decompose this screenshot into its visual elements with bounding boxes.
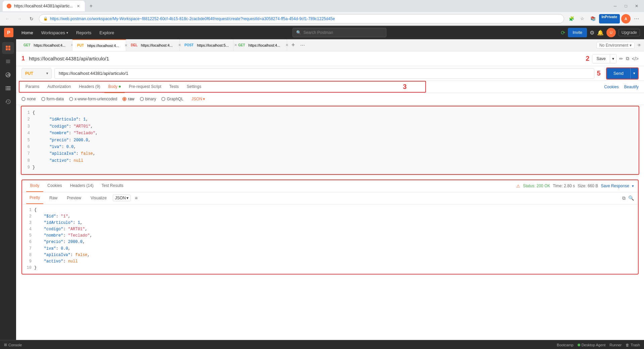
radio-binary[interactable]: binary xyxy=(140,97,156,101)
headers-tab[interactable]: Headers (9) xyxy=(75,81,104,93)
request-name-actions: Save ▾ ✏ ⧉ </> xyxy=(592,54,639,63)
tab-title: https://localhost:44381/api/artic... xyxy=(14,4,73,8)
tests-tab[interactable]: Tests xyxy=(165,81,183,93)
url-input[interactable] xyxy=(54,68,594,79)
settings-icon[interactable]: ⚙ xyxy=(590,30,594,36)
method-selector[interactable]: PUT ▾ xyxy=(21,68,52,79)
save-response-dropdown[interactable]: ▾ xyxy=(632,184,634,188)
url-input-bar[interactable]: 🔒 https://web.postman.co/workspace/My-Wo… xyxy=(39,14,564,23)
save-main-button[interactable]: Save xyxy=(592,54,610,63)
request-body-editor[interactable]: 1 { 2 "idArticulo": 1, 3 "codigo": "ART0… xyxy=(21,106,639,174)
code-icon[interactable]: </> xyxy=(632,56,639,61)
reload-button[interactable]: ↻ xyxy=(27,14,36,23)
url-text: https://web.postman.co/workspace/My-Work… xyxy=(50,16,560,21)
favorites-button[interactable]: ☆ xyxy=(578,14,587,23)
edit-icon[interactable]: ✏ xyxy=(619,56,623,61)
minimize-button[interactable]: ─ xyxy=(610,1,620,11)
resp-line-10: 10 } xyxy=(26,265,634,271)
active-browser-tab[interactable]: https://localhost:44381/api/artic... ✕ xyxy=(3,1,85,11)
resp-preview-tab[interactable]: Preview xyxy=(63,192,85,204)
url-row: PUT ▾ 5 Send ▾ xyxy=(16,66,644,81)
radio-form-data[interactable]: form-data xyxy=(41,97,64,101)
request-tab-2[interactable]: PUT https://localhost:4... ✕ xyxy=(72,39,126,51)
response-header: Body Cookies Headers (14) Test Results ⚠… xyxy=(22,180,638,192)
radio-raw[interactable]: raw xyxy=(122,97,134,101)
sidebar-icon-environments[interactable] xyxy=(2,69,14,81)
response-filter-icon[interactable]: ≡ xyxy=(135,195,138,201)
tab-close-5[interactable]: ✕ xyxy=(285,43,288,47)
extensions-button[interactable]: 🧩 xyxy=(567,14,576,23)
save-dropdown-button[interactable]: ▾ xyxy=(610,54,616,63)
close-window-button[interactable]: ✕ xyxy=(632,1,641,11)
search-postman-box[interactable]: 🔍 Search Postman xyxy=(292,28,386,37)
send-dropdown-button[interactable]: ▾ xyxy=(631,68,638,79)
response-body-tab[interactable]: Body xyxy=(26,180,43,192)
body-tab[interactable]: Body xyxy=(104,81,125,93)
tab-url-3: https://localhost:4... xyxy=(141,43,173,47)
pre-request-tab[interactable]: Pre-request Script xyxy=(125,81,165,93)
new-request-tab-button[interactable]: + xyxy=(288,39,298,51)
radio-graphql[interactable]: GraphQL xyxy=(161,97,183,101)
resp-pretty-tab[interactable]: Pretty xyxy=(26,192,43,204)
radio-graphql-circle xyxy=(161,97,165,101)
browser-settings-button[interactable]: ⋯ xyxy=(632,14,641,23)
sidebar-icon-requests[interactable] xyxy=(2,42,14,54)
menu-reports[interactable]: Reports xyxy=(72,26,96,39)
response-cookies-tab[interactable]: Cookies xyxy=(43,180,66,192)
send-button[interactable]: Send xyxy=(607,68,631,79)
request-tab-4[interactable]: POST https://localhost:5... ✕ xyxy=(180,39,233,51)
new-tab-button[interactable]: + xyxy=(86,1,96,11)
svg-rect-2 xyxy=(6,48,8,50)
method-label: PUT xyxy=(25,71,33,76)
tab-close-button[interactable]: ✕ xyxy=(75,3,81,9)
user-account-icon[interactable]: U xyxy=(606,28,616,37)
environment-selector[interactable]: No Environment ▾ xyxy=(596,42,635,49)
bottom-desktop-agent[interactable]: Desktop Agent xyxy=(578,343,606,347)
collections-button[interactable]: 📚 xyxy=(588,14,598,23)
params-tab[interactable]: Params xyxy=(21,81,43,93)
postman-logo: P xyxy=(4,28,13,37)
menu-workspaces[interactable]: Workspaces ▾ xyxy=(37,26,72,39)
bottom-trash[interactable]: 🗑 Trash xyxy=(626,343,640,347)
response-json-selector[interactable]: JSON ▾ xyxy=(113,195,131,201)
radio-none[interactable]: none xyxy=(21,97,36,101)
response-copy-icon[interactable]: ⧉ xyxy=(622,195,626,201)
address-bar-actions: 🧩 ☆ 📚 InPrivate A ⋯ xyxy=(567,14,641,23)
environment-eye-button[interactable]: 👁 xyxy=(637,43,641,48)
settings-tab[interactable]: Settings xyxy=(183,81,205,93)
response-test-results-tab[interactable]: Test Results xyxy=(98,180,127,192)
request-tab-1[interactable]: GET https://localhost:4... ✕ xyxy=(19,39,72,51)
maximize-button[interactable]: □ xyxy=(621,1,631,11)
menu-home[interactable]: Home xyxy=(17,26,37,39)
bottom-console[interactable]: ⊞ Console xyxy=(4,343,22,347)
save-response-button[interactable]: Save Response xyxy=(601,184,629,188)
invite-button[interactable]: Invite xyxy=(568,28,587,37)
request-tab-3[interactable]: DEL https://localhost:4... ✕ xyxy=(126,39,180,51)
response-search-icon[interactable]: 🔍 xyxy=(628,195,634,201)
env-dropdown-icon: ▾ xyxy=(630,43,632,48)
notifications-icon[interactable]: 🔔 xyxy=(597,30,604,36)
cookies-link[interactable]: Cookies xyxy=(604,85,619,89)
back-button[interactable]: ← xyxy=(3,14,12,23)
json-format-selector[interactable]: JSON ▾ xyxy=(192,97,205,101)
response-headers-tab[interactable]: Headers (14) xyxy=(66,180,98,192)
request-tab-5[interactable]: GET https://localhost:4... ✕ xyxy=(233,39,287,51)
radio-urlencoded[interactable]: x-www-form-urlencoded xyxy=(69,97,117,101)
sidebar-icon-collections[interactable] xyxy=(2,55,14,67)
sidebar-icon-history[interactable] xyxy=(2,96,14,108)
beautify-link[interactable]: Beautify xyxy=(624,85,639,89)
user-avatar[interactable]: A xyxy=(621,14,631,23)
resp-raw-tab[interactable]: Raw xyxy=(46,192,61,204)
bottom-runner[interactable]: Runner xyxy=(609,343,622,347)
sidebar-icons xyxy=(0,39,16,340)
resp-visualize-tab[interactable]: Visualize xyxy=(87,192,110,204)
copy-icon[interactable]: ⧉ xyxy=(626,56,629,61)
forward-button[interactable]: → xyxy=(15,14,24,23)
menu-explore[interactable]: Explore xyxy=(96,26,118,39)
bottom-bootcamp[interactable]: Bootcamp xyxy=(557,343,574,347)
more-tabs-button[interactable]: ⋯ xyxy=(298,39,307,51)
bottom-right-items: Bootcamp Desktop Agent Runner 🗑 Trash xyxy=(557,343,640,347)
upgrade-button[interactable]: Upgrade xyxy=(619,29,640,36)
sidebar-icon-mock-servers[interactable] xyxy=(2,82,14,94)
authorization-tab[interactable]: Authorization xyxy=(43,81,75,93)
